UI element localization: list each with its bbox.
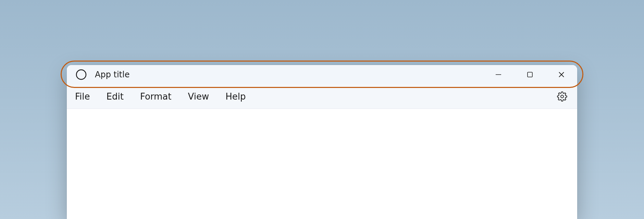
gear-icon bbox=[557, 91, 567, 102]
close-icon bbox=[558, 72, 565, 78]
menubar: File Edit Format View Help bbox=[67, 84, 577, 109]
svg-rect-2 bbox=[528, 72, 532, 77]
maximize-icon bbox=[527, 72, 533, 78]
minimize-button[interactable] bbox=[483, 65, 514, 84]
app-window: App title File Edit Format View Help bbox=[67, 65, 577, 219]
svg-point-5 bbox=[561, 95, 564, 98]
menu-help[interactable]: Help bbox=[225, 91, 246, 102]
menu-file[interactable]: File bbox=[75, 91, 90, 102]
svg-point-0 bbox=[76, 70, 86, 79]
app-title: App title bbox=[95, 70, 129, 79]
maximize-button[interactable] bbox=[514, 65, 546, 84]
menu-view[interactable]: View bbox=[188, 91, 209, 102]
window-controls bbox=[483, 65, 577, 84]
content-area bbox=[67, 109, 577, 219]
app-circle-icon bbox=[75, 68, 87, 81]
close-button[interactable] bbox=[546, 65, 577, 84]
minimize-icon bbox=[495, 72, 501, 78]
titlebar[interactable]: App title bbox=[67, 65, 577, 84]
settings-button[interactable] bbox=[555, 90, 569, 103]
menu-format[interactable]: Format bbox=[140, 91, 172, 102]
menu-edit[interactable]: Edit bbox=[107, 91, 124, 102]
